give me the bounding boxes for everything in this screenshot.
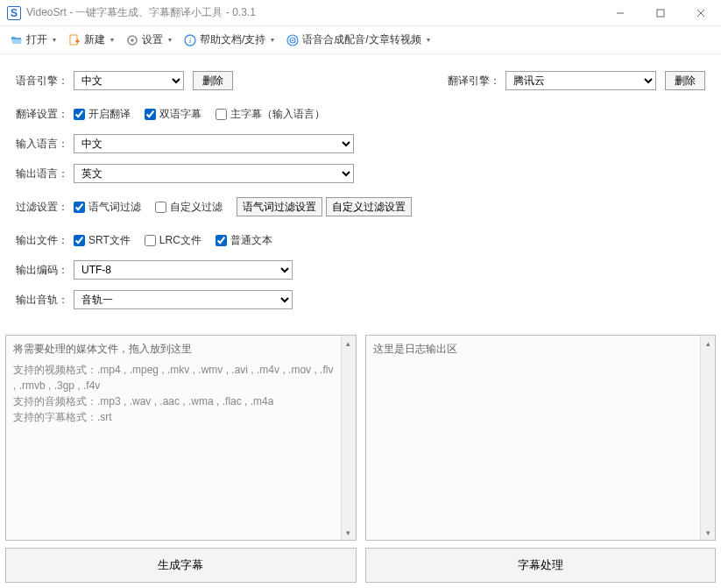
settings-label: 设置	[142, 32, 163, 47]
open-label: 打开	[26, 32, 47, 47]
lrc-file-check[interactable]: LRC文件	[145, 233, 201, 248]
speech-engine-label: 语音引擎：	[16, 74, 74, 89]
new-file-icon	[68, 34, 81, 46]
modal-filter-settings-button[interactable]: 语气词过滤设置	[237, 197, 322, 216]
close-button[interactable]	[681, 0, 721, 26]
svg-rect-4	[70, 35, 77, 45]
drop-panel-scrollbar[interactable]: ▴ ▾	[341, 336, 356, 540]
output-lang-label: 输出语言：	[16, 166, 74, 181]
subtitle-process-button[interactable]: 字幕处理	[365, 548, 717, 583]
log-panel-scrollbar[interactable]: ▴ ▾	[700, 336, 715, 540]
maximize-button[interactable]	[640, 0, 681, 26]
translate-engine-select[interactable]: 腾讯云	[505, 71, 656, 90]
folder-open-icon	[11, 34, 23, 46]
chevron-down-icon: ▾	[168, 36, 172, 44]
svg-text:i: i	[189, 36, 192, 45]
input-lang-select[interactable]: 中文	[74, 134, 354, 153]
maximize-icon	[656, 9, 665, 18]
tts-label: 语音合成配音/文章转视频	[302, 32, 421, 47]
gear-icon	[126, 34, 138, 46]
filter-settings-label: 过滤设置：	[16, 200, 74, 215]
scroll-down-icon[interactable]: ▾	[342, 525, 356, 540]
minimize-button[interactable]	[600, 0, 640, 26]
chevron-down-icon: ▾	[427, 36, 430, 44]
output-track-label: 输出音轨：	[16, 293, 74, 308]
custom-filter-settings-button[interactable]: 自定义过滤设置	[326, 197, 412, 216]
log-panel-text: 这里是日志输出区	[366, 336, 701, 540]
panel-row: 将需要处理的媒体文件，拖入放到这里 支持的视频格式：.mp4 , .mpeg ,…	[0, 335, 721, 541]
translate-settings-label: 翻译设置：	[16, 107, 74, 122]
input-lang-label: 输入语言：	[16, 137, 74, 152]
window-title: VideoSrt - 一键字幕生成、字幕翻译小工具 - 0.3.1	[26, 5, 600, 20]
drop-panel[interactable]: 将需要处理的媒体文件，拖入放到这里 支持的视频格式：.mp4 , .mpeg ,…	[5, 335, 357, 541]
main-content: 语音引擎： 中文 删除 翻译引擎： 腾讯云 删除 翻译设置： 开启翻译 双语字幕	[0, 54, 721, 326]
log-panel: 这里是日志输出区 ▴ ▾	[365, 335, 717, 541]
drop-panel-text: 将需要处理的媒体文件，拖入放到这里 支持的视频格式：.mp4 , .mpeg ,…	[6, 336, 341, 540]
new-label: 新建	[84, 32, 105, 47]
scroll-down-icon[interactable]: ▾	[701, 525, 715, 540]
window-controls	[600, 0, 721, 26]
minimize-icon	[616, 9, 625, 18]
info-icon: i	[184, 34, 196, 46]
new-button[interactable]: 新建 ▾	[63, 29, 119, 51]
output-encoding-select[interactable]: UTF-8	[74, 260, 293, 280]
settings-button[interactable]: 设置 ▾	[121, 29, 177, 51]
titlebar: S VideoSrt - 一键字幕生成、字幕翻译小工具 - 0.3.1	[0, 0, 721, 26]
help-label: 帮助文档/支持	[200, 32, 265, 47]
translate-engine-label: 翻译引擎：	[448, 74, 505, 89]
output-file-label: 输出文件：	[16, 233, 74, 248]
output-track-select[interactable]: 音轨一	[74, 290, 293, 309]
open-button[interactable]: 打开 ▾	[5, 29, 61, 51]
svg-point-11	[292, 39, 293, 41]
app-icon: S	[7, 6, 21, 20]
generate-subtitle-button[interactable]: 生成字幕	[5, 548, 357, 583]
close-icon	[696, 9, 705, 18]
enable-translate-check[interactable]: 开启翻译	[74, 107, 131, 122]
output-encoding-label: 输出编码：	[16, 263, 74, 278]
bilingual-check[interactable]: 双语字幕	[145, 107, 201, 122]
audio-icon	[286, 34, 299, 46]
chevron-down-icon: ▾	[271, 36, 274, 44]
translate-engine-delete-button[interactable]: 删除	[665, 71, 705, 90]
speech-engine-delete-button[interactable]: 删除	[193, 71, 233, 90]
help-button[interactable]: i 帮助文档/支持 ▾	[179, 29, 279, 51]
scroll-up-icon[interactable]: ▴	[342, 336, 356, 351]
chevron-down-icon: ▾	[110, 36, 114, 44]
toolbar: 打开 ▾ 新建 ▾ 设置 ▾ i 帮助文档/支持 ▾ 语音合成配音/文章转视频 …	[0, 26, 721, 54]
plain-text-check[interactable]: 普通文本	[216, 233, 272, 248]
custom-filter-check[interactable]: 自定义过滤	[155, 200, 223, 215]
modal-filter-check[interactable]: 语气词过滤	[74, 200, 141, 215]
chevron-down-icon: ▾	[53, 36, 56, 44]
tts-button[interactable]: 语音合成配音/文章转视频 ▾	[281, 29, 435, 51]
svg-rect-1	[657, 10, 664, 17]
main-sub-input-check[interactable]: 主字幕（输入语言）	[216, 107, 325, 122]
output-lang-select[interactable]: 英文	[74, 164, 354, 183]
scroll-up-icon[interactable]: ▴	[701, 336, 715, 351]
srt-file-check[interactable]: SRT文件	[74, 233, 131, 248]
bottom-buttons: 生成字幕 字幕处理	[0, 548, 721, 583]
speech-engine-select[interactable]: 中文	[74, 71, 184, 90]
svg-point-6	[131, 39, 134, 42]
